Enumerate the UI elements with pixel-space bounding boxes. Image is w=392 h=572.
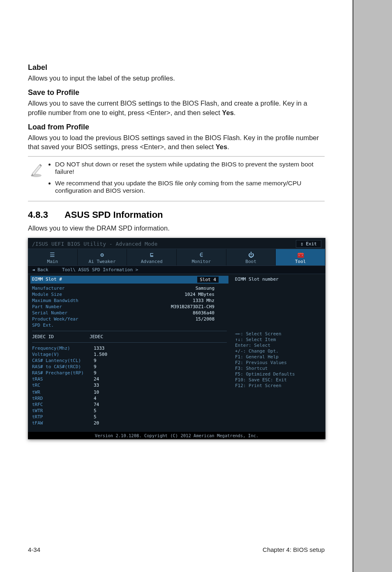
- dimm-slot-value: Slot 4: [197, 277, 219, 283]
- info-value: 1024 MBytes: [102, 292, 227, 297]
- timing-label: tWTR: [32, 408, 102, 413]
- timing-label: tRRD: [32, 396, 102, 401]
- timing-row: tRAS24: [32, 376, 227, 382]
- note-body: DO NOT shut down or reset the system whi…: [48, 159, 325, 198]
- info-row: Maximum Bandwidth1333 Mhz: [32, 298, 227, 304]
- timing-label: Frequency(Mhz): [32, 346, 102, 351]
- info-value: 1333 Mhz: [102, 298, 227, 303]
- info-value: M391B2873DZ1-CH9: [102, 304, 227, 309]
- timing-row: RAS# to CAS#(tRCD)9: [32, 364, 227, 370]
- keyhelp-line: F3: Shortcut: [235, 366, 321, 371]
- load-desc: Allows you to load the previous BIOS set…: [28, 133, 325, 152]
- info-label: Maximum Bandwidth: [32, 298, 102, 303]
- timing-value: 9: [94, 364, 97, 369]
- timing-value: 20: [94, 420, 99, 426]
- timing-value: 4: [94, 396, 97, 401]
- info-row: SPD Ext.: [32, 322, 227, 328]
- tool-icon: 🧰: [276, 251, 325, 258]
- back-label: Back: [37, 267, 48, 272]
- jedec-header: JEDEC ID JEDEC: [32, 334, 227, 340]
- tab-tool[interactable]: 🧰Tool: [276, 249, 325, 265]
- keyhelp-line: F10: Save ESC: Exit: [235, 377, 321, 383]
- save-desc: Allows you to save the current BIOS sett…: [28, 99, 325, 117]
- info-value: [102, 323, 227, 328]
- timing-value: 9: [94, 358, 97, 363]
- right-heading: DIMM Slot number: [235, 277, 321, 282]
- timing-row: tWTR5: [32, 408, 227, 414]
- info-label: SPD Ext.: [32, 323, 102, 328]
- info-label: Manufacturer: [32, 286, 102, 291]
- timing-label: tRC: [32, 383, 102, 388]
- timing-label: CAS# Lantency(tCL): [32, 358, 102, 363]
- save-text-bold: Yes: [222, 109, 233, 116]
- timing-label: RAS# Precharge(tRP): [32, 370, 102, 376]
- timing-label: RAS# to CAS#(tRCD): [32, 364, 102, 369]
- save-heading: Save to Profile: [28, 88, 325, 97]
- timing-row: tRFC74: [32, 401, 227, 408]
- tab-advanced[interactable]: ⊑Advanced: [127, 249, 177, 265]
- timing-value: 5: [94, 408, 97, 413]
- timing-label: tWR: [32, 390, 102, 395]
- timing-row: tWR10: [32, 389, 227, 395]
- load-text-1: Allows you to load the previous BIOS set…: [28, 134, 319, 150]
- timing-label: tRFC: [32, 402, 102, 407]
- timing-label: tRTP: [32, 414, 102, 420]
- info-label: Part Number: [32, 304, 102, 309]
- tab-boot-label: Boot: [245, 259, 256, 264]
- boot-icon: ⏻: [226, 251, 276, 258]
- section-desc: Allows you to view the DRAM SPD informat…: [28, 224, 325, 233]
- key-help: →←: Select Screen↑↓: Select ItemEnter: S…: [235, 331, 321, 388]
- bios-screenshot: /ISUS UEFI BIOS Utility - Advanced Mode …: [28, 238, 325, 439]
- tab-main[interactable]: ☰Main: [28, 249, 78, 265]
- tab-boot[interactable]: ⏻Boot: [226, 249, 276, 265]
- chapter-label: Chapter 4: BIOS setup: [263, 546, 325, 553]
- timing-value: 10: [94, 390, 99, 395]
- timing-row: Frequency(Mhz)1333: [32, 345, 227, 351]
- keyhelp-line: F1: General Help: [235, 354, 321, 360]
- timing-row: tFAW20: [32, 420, 227, 426]
- back-arrow-icon: ◄: [32, 267, 37, 272]
- note-box: DO NOT shut down or reset the system whi…: [28, 156, 325, 201]
- note-item-1: DO NOT shut down or reset the system whi…: [55, 161, 325, 175]
- bios-back-bar[interactable]: ◄ Back Tool\ ASUS SPD Information >: [28, 266, 325, 274]
- timing-row: tRC33: [32, 382, 227, 388]
- save-text-1: Allows you to save the current BIOS sett…: [28, 99, 307, 116]
- monitor-icon: ∈: [177, 251, 226, 258]
- page-number: 4-34: [28, 546, 40, 553]
- timing-value: 24: [94, 376, 99, 382]
- tab-ai-tweaker[interactable]: ⚙Ai Tweaker: [78, 249, 127, 265]
- timing-row: Voltage(V)1.500: [32, 351, 227, 358]
- timing-label: tFAW: [32, 420, 102, 426]
- jedec-id-val: JEDEC: [90, 334, 103, 339]
- tweaker-icon: ⚙: [78, 251, 127, 258]
- section-num: 4.8.3: [28, 210, 48, 220]
- keyhelp-line: F12: Print Screen: [235, 383, 321, 388]
- timing-row: CAS# Lantency(tCL)9: [32, 358, 227, 364]
- info-row: Product Week/Year15/2008: [32, 316, 227, 322]
- load-heading: Load from Profile: [28, 123, 325, 131]
- info-label: Serial Number: [32, 310, 102, 316]
- keyhelp-line: Enter: Select: [235, 343, 321, 348]
- info-value: Samsung: [102, 286, 227, 291]
- timing-value: 9: [94, 370, 97, 376]
- info-row: Module Size1024 MBytes: [32, 291, 227, 298]
- bios-exit-button[interactable]: ▯ Exit: [296, 240, 321, 248]
- tab-ai-label: Ai Tweaker: [88, 259, 115, 264]
- timing-row: RAS# Precharge(tRP)9: [32, 370, 227, 376]
- timing-value: 1333: [94, 346, 105, 351]
- timing-value: 5: [94, 414, 97, 420]
- info-row: Part NumberM391B2873DZ1-CH9: [32, 304, 227, 310]
- info-label: Module Size: [32, 292, 102, 297]
- bios-title: /ISUS UEFI BIOS Utility - Advanced Mode: [32, 241, 157, 247]
- timing-row: tRTP5: [32, 414, 227, 420]
- dimm-slot-row[interactable]: DIMM Slot # Slot 4: [30, 276, 228, 284]
- tab-monitor[interactable]: ∈Monitor: [177, 249, 226, 265]
- keyhelp-line: ↑↓: Select Item: [235, 337, 321, 342]
- breadcrumb: Tool\ ASUS SPD Information >: [62, 267, 138, 272]
- info-row: ManufacturerSamsung: [32, 285, 227, 291]
- keyhelp-line: F2: Previous Values: [235, 360, 321, 365]
- main-icon: ☰: [28, 251, 77, 258]
- keyhelp-line: +/-: Change Opt.: [235, 348, 321, 354]
- timing-label: Voltage(V): [32, 352, 102, 357]
- tab-main-label: Main: [47, 259, 58, 264]
